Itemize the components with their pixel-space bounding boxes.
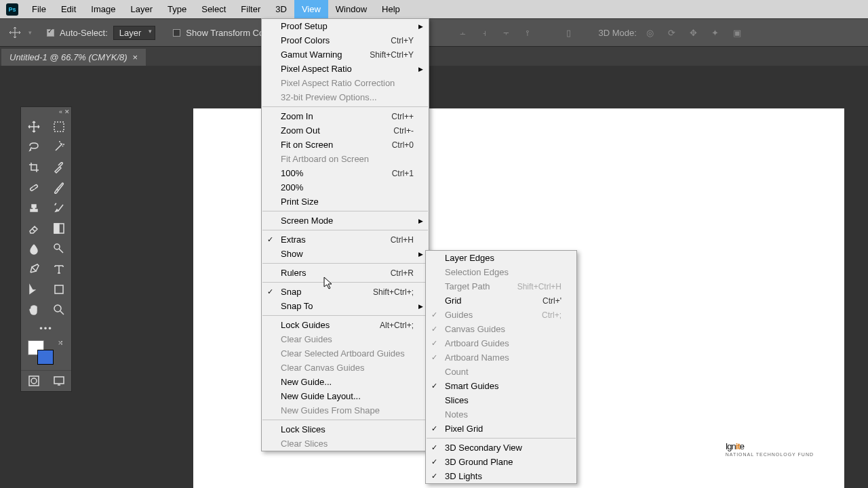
menu-item-label: Zoom Out <box>281 125 377 136</box>
background-swatch[interactable] <box>37 350 54 365</box>
tools-panel-header[interactable]: «✕ <box>21 107 71 117</box>
menu-edit[interactable]: Edit <box>54 0 83 18</box>
move-tool-icon[interactable] <box>7 24 23 41</box>
menu-image[interactable]: Image <box>83 0 123 18</box>
blur-tool-icon[interactable] <box>21 239 46 259</box>
menu-item[interactable]: ✓3D Secondary View <box>426 441 576 455</box>
menu-item[interactable]: Layer Edges <box>426 251 576 265</box>
gradient-tool-icon[interactable] <box>46 218 71 239</box>
menu-item[interactable]: ✓SnapShift+Ctrl+; <box>262 285 429 299</box>
menu-item[interactable]: Lock Slices <box>262 422 429 436</box>
eyedropper-tool-icon[interactable] <box>46 157 71 178</box>
menu-item-label: Snap To <box>281 301 414 311</box>
menu-item[interactable]: RulersCtrl+R <box>262 266 429 280</box>
menu-item-label: Slices <box>445 395 561 405</box>
menu-filter[interactable]: Filter <box>233 0 268 18</box>
menu-3d[interactable]: 3D <box>268 0 294 18</box>
align-icon[interactable]: ⫠ <box>455 24 471 41</box>
svg-rect-0 <box>54 122 64 131</box>
menu-item: Clear Slices <box>262 436 429 451</box>
zoom-tool-icon[interactable] <box>46 300 71 320</box>
menu-item[interactable]: New Guide... <box>262 375 429 389</box>
3d-camera-icon[interactable]: ▣ <box>729 24 745 41</box>
menu-item[interactable]: New Guide Layout... <box>262 389 429 403</box>
menu-item[interactable]: Proof ColorsCtrl+Y <box>262 33 429 47</box>
menu-item[interactable]: Pixel Aspect Ratio▶ <box>262 62 429 76</box>
align-icon[interactable]: ▯ <box>561 24 577 41</box>
eraser-tool-icon[interactable] <box>21 218 46 239</box>
menu-item[interactable]: Show▶ <box>262 247 429 261</box>
menu-item[interactable]: Gamut WarningShift+Ctrl+Y <box>262 47 429 62</box>
submenu-arrow-icon: ▶ <box>418 218 423 224</box>
menu-item[interactable]: Snap To▶ <box>262 299 429 313</box>
menu-item[interactable]: ✓3D Ground Plane <box>426 455 576 469</box>
menu-item[interactable]: Screen Mode▶ <box>262 214 429 228</box>
marquee-tool-icon[interactable] <box>46 117 71 137</box>
more-tools-icon[interactable]: ••• <box>21 320 71 336</box>
document-tab[interactable]: Untitled-1 @ 66.7% (CMYK/8) × <box>1 49 146 66</box>
stamp-tool-icon[interactable] <box>21 198 46 218</box>
distribute-icon[interactable]: ⫟ <box>498 24 515 41</box>
swap-colors-icon[interactable]: ⤭ <box>58 339 63 346</box>
menu-item[interactable]: ✓ExtrasCtrl+H <box>262 232 429 247</box>
screenmode-icon[interactable] <box>46 371 71 391</box>
move-tool-icon[interactable] <box>21 117 46 137</box>
3d-orbit-icon[interactable]: ◎ <box>642 24 658 41</box>
distribute-icon[interactable]: ⫯ <box>520 24 536 41</box>
menu-item[interactable]: ✓3D Lights <box>426 469 576 483</box>
menu-help[interactable]: Help <box>374 0 408 18</box>
menu-shortcut: Ctrl+H <box>391 235 414 245</box>
text-tool-icon[interactable] <box>46 259 71 279</box>
menu-item[interactable]: 200% <box>262 180 429 195</box>
shape-tool-icon[interactable] <box>46 279 71 300</box>
menu-window[interactable]: Window <box>328 0 374 18</box>
menu-item[interactable]: 100%Ctrl+1 <box>262 166 429 180</box>
close-tab-icon[interactable]: × <box>133 52 138 62</box>
checkmark-icon: ✓ <box>267 287 273 296</box>
lasso-tool-icon[interactable] <box>21 137 46 157</box>
menu-item[interactable]: Slices <box>426 393 576 407</box>
checkmark-icon: ✓ <box>431 472 437 481</box>
menu-file[interactable]: File <box>24 0 54 18</box>
show-transform-checkbox[interactable] <box>173 29 180 37</box>
path-tool-icon[interactable] <box>21 279 46 300</box>
align-icon[interactable]: ⫞ <box>477 24 493 41</box>
menu-item[interactable]: ✓Pixel Grid <box>426 422 576 436</box>
menu-select[interactable]: Select <box>194 0 233 18</box>
quickmask-icon[interactable] <box>21 371 46 391</box>
hand-tool-icon[interactable] <box>21 300 46 320</box>
brush-tool-icon[interactable] <box>46 178 71 198</box>
menu-item[interactable]: Fit on ScreenCtrl+0 <box>262 138 429 152</box>
menu-layer[interactable]: Layer <box>123 0 161 18</box>
menu-item-label: Target Path <box>445 281 501 291</box>
auto-select-checkbox[interactable] <box>47 29 54 37</box>
menu-item[interactable]: Zoom OutCtrl+- <box>262 123 429 138</box>
3d-rotate-icon[interactable]: ⟳ <box>664 24 680 41</box>
menu-shortcut: Ctrl+' <box>542 296 561 306</box>
menu-item: Selection Edges <box>426 265 576 279</box>
menu-view[interactable]: View <box>294 0 328 18</box>
auto-select-dropdown[interactable]: Layer <box>113 26 156 40</box>
menu-item: Pixel Aspect Ratio Correction <box>262 76 429 90</box>
menu-item[interactable]: ✓Smart Guides <box>426 379 576 393</box>
checkmark-icon: ✓ <box>431 325 437 333</box>
menu-item-label: Canvas Guides <box>445 324 561 334</box>
wand-tool-icon[interactable] <box>46 137 71 157</box>
3d-pan-icon[interactable]: ✥ <box>686 24 702 41</box>
crop-tool-icon[interactable] <box>21 157 46 178</box>
dodge-tool-icon[interactable] <box>46 239 71 259</box>
menu-item[interactable]: Lock GuidesAlt+Ctrl+; <box>262 318 429 332</box>
menu-item[interactable]: GridCtrl+' <box>426 293 576 308</box>
history-brush-icon[interactable] <box>46 198 71 218</box>
menu-item[interactable]: Proof Setup▶ <box>262 19 429 33</box>
pen-tool-icon[interactable] <box>21 259 46 279</box>
menu-item[interactable]: Zoom InCtrl++ <box>262 109 429 123</box>
menu-item[interactable]: Print Size <box>262 195 429 209</box>
menu-type[interactable]: Type <box>160 0 194 18</box>
svg-rect-9 <box>54 377 64 384</box>
healing-tool-icon[interactable] <box>21 178 46 198</box>
3d-slide-icon[interactable]: ✦ <box>707 24 724 41</box>
menu-item: Clear Guides <box>262 332 429 346</box>
svg-rect-7 <box>29 376 39 386</box>
color-swatches[interactable]: ⤭ <box>21 336 71 370</box>
